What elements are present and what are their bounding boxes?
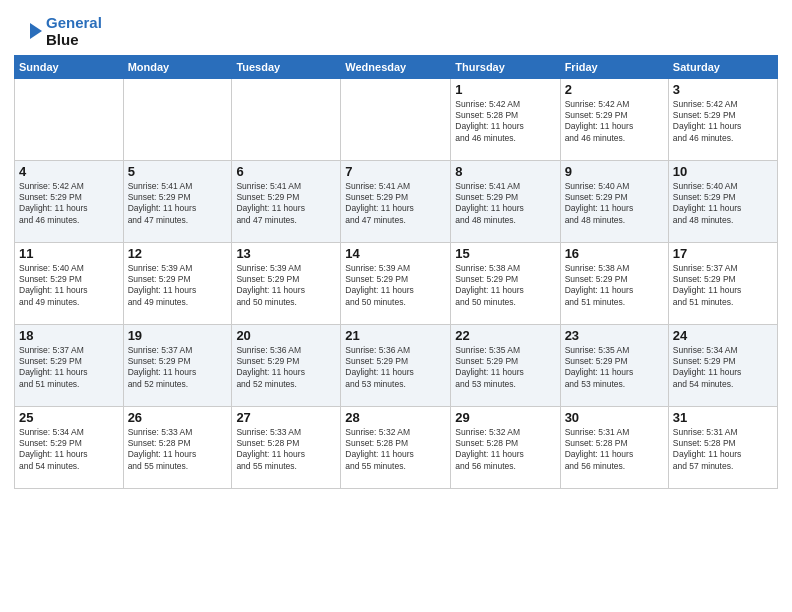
day-info: Sunrise: 5:41 AM Sunset: 5:29 PM Dayligh… (236, 181, 336, 227)
day-info: Sunrise: 5:35 AM Sunset: 5:29 PM Dayligh… (565, 345, 664, 391)
calendar-cell: 26Sunrise: 5:33 AM Sunset: 5:28 PM Dayli… (123, 406, 232, 488)
day-info: Sunrise: 5:39 AM Sunset: 5:29 PM Dayligh… (345, 263, 446, 309)
weekday-header-thursday: Thursday (451, 55, 560, 78)
calendar-cell: 13Sunrise: 5:39 AM Sunset: 5:29 PM Dayli… (232, 242, 341, 324)
day-number: 4 (19, 164, 119, 179)
calendar-table: SundayMondayTuesdayWednesdayThursdayFrid… (14, 55, 778, 489)
header: GeneralBlue (14, 10, 778, 49)
calendar-cell: 5Sunrise: 5:41 AM Sunset: 5:29 PM Daylig… (123, 160, 232, 242)
calendar-cell: 24Sunrise: 5:34 AM Sunset: 5:29 PM Dayli… (668, 324, 777, 406)
day-info: Sunrise: 5:39 AM Sunset: 5:29 PM Dayligh… (236, 263, 336, 309)
day-number: 24 (673, 328, 773, 343)
day-number: 20 (236, 328, 336, 343)
day-number: 7 (345, 164, 446, 179)
logo-svg (14, 15, 46, 47)
day-number: 2 (565, 82, 664, 97)
calendar-cell: 6Sunrise: 5:41 AM Sunset: 5:29 PM Daylig… (232, 160, 341, 242)
calendar-cell: 27Sunrise: 5:33 AM Sunset: 5:28 PM Dayli… (232, 406, 341, 488)
day-info: Sunrise: 5:38 AM Sunset: 5:29 PM Dayligh… (455, 263, 555, 309)
day-info: Sunrise: 5:36 AM Sunset: 5:29 PM Dayligh… (345, 345, 446, 391)
svg-marker-0 (30, 23, 42, 39)
weekday-header-friday: Friday (560, 55, 668, 78)
calendar-cell: 29Sunrise: 5:32 AM Sunset: 5:28 PM Dayli… (451, 406, 560, 488)
day-number: 30 (565, 410, 664, 425)
calendar-cell: 9Sunrise: 5:40 AM Sunset: 5:29 PM Daylig… (560, 160, 668, 242)
week-row-5: 25Sunrise: 5:34 AM Sunset: 5:29 PM Dayli… (15, 406, 778, 488)
day-info: Sunrise: 5:35 AM Sunset: 5:29 PM Dayligh… (455, 345, 555, 391)
day-number: 8 (455, 164, 555, 179)
calendar-cell: 7Sunrise: 5:41 AM Sunset: 5:29 PM Daylig… (341, 160, 451, 242)
day-number: 26 (128, 410, 228, 425)
day-info: Sunrise: 5:41 AM Sunset: 5:29 PM Dayligh… (128, 181, 228, 227)
calendar-cell: 16Sunrise: 5:38 AM Sunset: 5:29 PM Dayli… (560, 242, 668, 324)
day-number: 17 (673, 246, 773, 261)
calendar-cell: 28Sunrise: 5:32 AM Sunset: 5:28 PM Dayli… (341, 406, 451, 488)
day-info: Sunrise: 5:40 AM Sunset: 5:29 PM Dayligh… (19, 263, 119, 309)
calendar-cell: 30Sunrise: 5:31 AM Sunset: 5:28 PM Dayli… (560, 406, 668, 488)
day-number: 28 (345, 410, 446, 425)
day-number: 23 (565, 328, 664, 343)
calendar-cell (15, 78, 124, 160)
calendar-cell: 3Sunrise: 5:42 AM Sunset: 5:29 PM Daylig… (668, 78, 777, 160)
day-number: 1 (455, 82, 555, 97)
calendar-cell: 12Sunrise: 5:39 AM Sunset: 5:29 PM Dayli… (123, 242, 232, 324)
day-info: Sunrise: 5:40 AM Sunset: 5:29 PM Dayligh… (565, 181, 664, 227)
calendar-cell: 2Sunrise: 5:42 AM Sunset: 5:29 PM Daylig… (560, 78, 668, 160)
calendar-cell: 14Sunrise: 5:39 AM Sunset: 5:29 PM Dayli… (341, 242, 451, 324)
calendar-cell (232, 78, 341, 160)
day-number: 22 (455, 328, 555, 343)
calendar-cell: 20Sunrise: 5:36 AM Sunset: 5:29 PM Dayli… (232, 324, 341, 406)
day-number: 15 (455, 246, 555, 261)
day-number: 11 (19, 246, 119, 261)
calendar-cell: 1Sunrise: 5:42 AM Sunset: 5:28 PM Daylig… (451, 78, 560, 160)
day-number: 13 (236, 246, 336, 261)
week-row-2: 4Sunrise: 5:42 AM Sunset: 5:29 PM Daylig… (15, 160, 778, 242)
day-number: 3 (673, 82, 773, 97)
day-number: 16 (565, 246, 664, 261)
day-number: 25 (19, 410, 119, 425)
day-info: Sunrise: 5:41 AM Sunset: 5:29 PM Dayligh… (455, 181, 555, 227)
weekday-header-row: SundayMondayTuesdayWednesdayThursdayFrid… (15, 55, 778, 78)
calendar-cell: 21Sunrise: 5:36 AM Sunset: 5:29 PM Dayli… (341, 324, 451, 406)
day-info: Sunrise: 5:40 AM Sunset: 5:29 PM Dayligh… (673, 181, 773, 227)
day-number: 18 (19, 328, 119, 343)
calendar-cell (123, 78, 232, 160)
day-number: 9 (565, 164, 664, 179)
day-info: Sunrise: 5:32 AM Sunset: 5:28 PM Dayligh… (455, 427, 555, 473)
day-info: Sunrise: 5:37 AM Sunset: 5:29 PM Dayligh… (128, 345, 228, 391)
calendar-cell (341, 78, 451, 160)
calendar-cell: 25Sunrise: 5:34 AM Sunset: 5:29 PM Dayli… (15, 406, 124, 488)
logo: GeneralBlue (14, 14, 102, 49)
calendar-cell: 31Sunrise: 5:31 AM Sunset: 5:28 PM Dayli… (668, 406, 777, 488)
weekday-header-wednesday: Wednesday (341, 55, 451, 78)
weekday-header-saturday: Saturday (668, 55, 777, 78)
day-info: Sunrise: 5:42 AM Sunset: 5:28 PM Dayligh… (455, 99, 555, 145)
day-info: Sunrise: 5:37 AM Sunset: 5:29 PM Dayligh… (673, 263, 773, 309)
day-number: 21 (345, 328, 446, 343)
day-number: 19 (128, 328, 228, 343)
calendar-cell: 11Sunrise: 5:40 AM Sunset: 5:29 PM Dayli… (15, 242, 124, 324)
calendar-cell: 18Sunrise: 5:37 AM Sunset: 5:29 PM Dayli… (15, 324, 124, 406)
day-number: 31 (673, 410, 773, 425)
day-info: Sunrise: 5:42 AM Sunset: 5:29 PM Dayligh… (673, 99, 773, 145)
day-info: Sunrise: 5:41 AM Sunset: 5:29 PM Dayligh… (345, 181, 446, 227)
day-number: 14 (345, 246, 446, 261)
day-number: 29 (455, 410, 555, 425)
day-info: Sunrise: 5:33 AM Sunset: 5:28 PM Dayligh… (236, 427, 336, 473)
calendar-cell: 19Sunrise: 5:37 AM Sunset: 5:29 PM Dayli… (123, 324, 232, 406)
day-info: Sunrise: 5:36 AM Sunset: 5:29 PM Dayligh… (236, 345, 336, 391)
weekday-header-tuesday: Tuesday (232, 55, 341, 78)
day-info: Sunrise: 5:42 AM Sunset: 5:29 PM Dayligh… (19, 181, 119, 227)
week-row-4: 18Sunrise: 5:37 AM Sunset: 5:29 PM Dayli… (15, 324, 778, 406)
day-info: Sunrise: 5:34 AM Sunset: 5:29 PM Dayligh… (673, 345, 773, 391)
calendar-cell: 15Sunrise: 5:38 AM Sunset: 5:29 PM Dayli… (451, 242, 560, 324)
calendar-cell: 22Sunrise: 5:35 AM Sunset: 5:29 PM Dayli… (451, 324, 560, 406)
page-container: GeneralBlue SundayMondayTuesdayWednesday… (0, 0, 792, 499)
weekday-header-sunday: Sunday (15, 55, 124, 78)
day-info: Sunrise: 5:31 AM Sunset: 5:28 PM Dayligh… (673, 427, 773, 473)
day-info: Sunrise: 5:34 AM Sunset: 5:29 PM Dayligh… (19, 427, 119, 473)
day-number: 5 (128, 164, 228, 179)
week-row-3: 11Sunrise: 5:40 AM Sunset: 5:29 PM Dayli… (15, 242, 778, 324)
day-number: 6 (236, 164, 336, 179)
day-info: Sunrise: 5:37 AM Sunset: 5:29 PM Dayligh… (19, 345, 119, 391)
